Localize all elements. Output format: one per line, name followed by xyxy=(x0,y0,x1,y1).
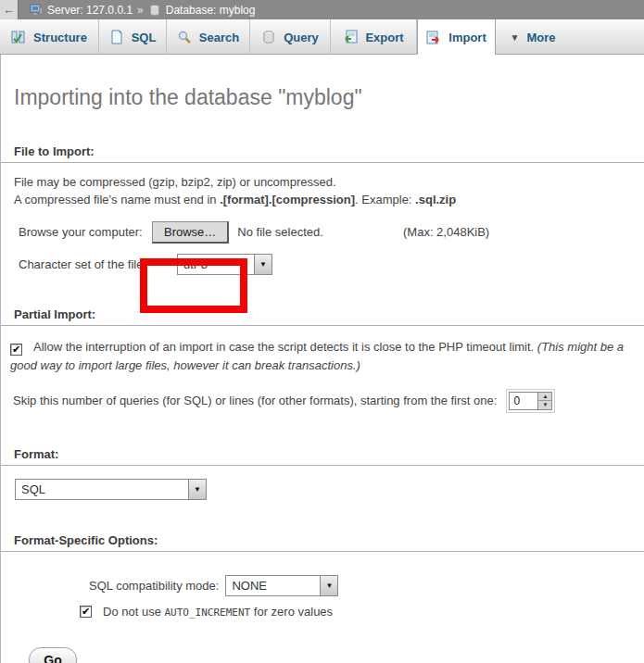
tab-label: Search xyxy=(199,31,239,44)
auto-increment-code: AUTO_INCREMENT xyxy=(165,607,251,619)
tab-bar: Structure SQL Search Query Export xyxy=(0,19,644,55)
check-icon: ✔ xyxy=(82,606,90,617)
breadcrumb-separator: » xyxy=(137,4,144,17)
tab-sql[interactable]: SQL xyxy=(99,19,167,55)
browse-row: Browse your computer: Browse… No file se… xyxy=(19,221,644,244)
tab-label: Query xyxy=(284,31,319,44)
tab-query[interactable]: Query xyxy=(250,19,331,55)
skip-queries-label: Skip this number of queries (for SQL) or… xyxy=(13,394,497,407)
back-button[interactable]: ← xyxy=(0,0,19,19)
server-icon xyxy=(30,4,43,17)
tab-label: SQL xyxy=(132,31,157,44)
skip-queries-row: Skip this number of queries (for SQL) or… xyxy=(13,389,644,413)
tab-label: Export xyxy=(365,31,403,44)
skip-queries-value[interactable]: 0 xyxy=(510,393,537,409)
tab-import[interactable]: Import xyxy=(417,19,496,56)
chevron-down-icon: ▼ xyxy=(511,32,520,43)
skip-queries-input[interactable]: 0 ▲ ▼ xyxy=(506,389,555,413)
breadcrumb-server[interactable]: Server: 127.0.0.1 xyxy=(47,4,133,17)
spinner-down-icon[interactable]: ▼ xyxy=(538,401,551,409)
export-icon xyxy=(343,30,358,44)
browse-label: Browse your computer: xyxy=(19,225,152,239)
structure-icon xyxy=(11,30,26,44)
go-button[interactable]: Go xyxy=(29,647,77,663)
tab-export[interactable]: Export xyxy=(331,19,417,55)
format-specific-options-heading: Format-Specific Options: xyxy=(1,533,644,552)
database-icon xyxy=(148,4,161,17)
file-to-import-heading: File to Import: xyxy=(1,144,644,163)
dropdown-arrow-icon[interactable]: ▼ xyxy=(188,480,206,499)
auto-increment-row: ✔ Do not use AUTO_INCREMENT for zero val… xyxy=(80,605,644,619)
format-heading: Format: xyxy=(1,447,644,466)
dropdown-arrow-icon[interactable]: ▼ xyxy=(320,576,337,595)
sql-compatibility-label: SQL compatibility mode: xyxy=(89,579,219,593)
allow-interruption-row: ✔Allow the interruption of an import in … xyxy=(10,338,637,375)
format-row: SQL ▼ xyxy=(15,479,644,500)
charset-select[interactable]: utf-8 ▼ xyxy=(177,254,272,275)
no-file-selected-text: No file selected. xyxy=(237,225,323,239)
tab-label: Structure xyxy=(33,31,87,44)
sql-compatibility-value: NONE xyxy=(226,579,320,593)
tab-structure[interactable]: Structure xyxy=(0,19,99,55)
sql-compatibility-select[interactable]: NONE ▼ xyxy=(225,575,338,596)
query-icon xyxy=(261,30,276,44)
charset-select-value: utf-8 xyxy=(178,257,254,271)
number-spinner: ▲ ▼ xyxy=(537,393,551,409)
partial-import-heading: Partial Import: xyxy=(1,307,644,326)
sql-icon xyxy=(109,30,124,44)
auto-increment-checkbox[interactable]: ✔ xyxy=(80,606,92,618)
check-icon: ✔ xyxy=(12,344,20,355)
back-icon: ← xyxy=(3,3,15,17)
breadcrumb-database[interactable]: Database: myblog xyxy=(166,4,256,17)
charset-label: Character set of the file: xyxy=(19,257,177,271)
dropdown-arrow-icon[interactable]: ▼ xyxy=(254,255,271,274)
import-icon xyxy=(426,31,441,45)
allow-interruption-checkbox[interactable]: ✔ xyxy=(10,344,22,356)
spinner-up-icon[interactable]: ▲ xyxy=(538,393,551,402)
search-icon xyxy=(177,30,192,44)
tab-more[interactable]: ▼ More xyxy=(496,19,570,55)
max-size-text: (Max: 2,048KiB) xyxy=(403,225,489,239)
page-title: Importing into the database "myblog" xyxy=(1,55,644,110)
auto-increment-label: Do not use AUTO_INCREMENT for zero value… xyxy=(103,605,333,619)
format-select[interactable]: SQL ▼ xyxy=(15,479,207,500)
breadcrumb: Server: 127.0.0.1 » Database: myblog xyxy=(19,4,255,17)
sql-compatibility-row: SQL compatibility mode: NONE ▼ xyxy=(89,575,644,596)
tab-label: Import xyxy=(448,31,486,44)
allow-interruption-label: Allow the interruption of an import in c… xyxy=(33,340,537,354)
tab-label: More xyxy=(526,31,555,44)
compression-info-text: File may be compressed (gzip, bzip2, zip… xyxy=(14,174,644,209)
breadcrumb-bar: ← Server: 127.0.0.1 » Database: myblog xyxy=(0,0,644,19)
charset-row: Character set of the file: utf-8 ▼ xyxy=(19,254,644,275)
phpmyadmin-import-page: ← Server: 127.0.0.1 » Database: myblog S… xyxy=(0,0,644,663)
import-content: Importing into the database "myblog" Fil… xyxy=(0,55,644,663)
format-select-value: SQL xyxy=(16,482,188,496)
browse-button[interactable]: Browse… xyxy=(152,221,229,244)
tab-search[interactable]: Search xyxy=(167,19,250,55)
